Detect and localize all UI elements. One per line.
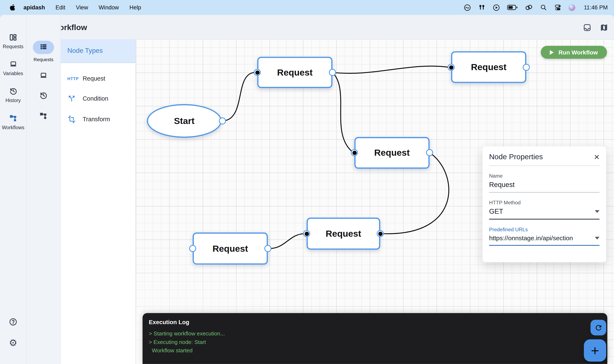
node-port-request-1[interactable]	[329, 69, 336, 76]
refresh-button[interactable]	[591, 320, 606, 335]
menu-item-window[interactable]: Window	[99, 4, 119, 11]
workflow-node-label: Request	[277, 67, 313, 78]
creative-cloud-icon[interactable]	[464, 4, 471, 11]
http-method-select[interactable]: GET	[489, 208, 600, 220]
sidebar-item-history[interactable]: History	[0, 87, 26, 103]
siri-icon[interactable]	[569, 4, 575, 11]
search-icon[interactable]	[540, 4, 547, 11]
close-icon[interactable]: ×	[594, 153, 599, 161]
condition-icon	[67, 94, 79, 103]
tool-rail-laptop-icon[interactable]	[39, 72, 48, 81]
edge-request-1-to-request-3	[333, 72, 353, 152]
link-icon[interactable]	[525, 4, 533, 11]
node-port-request-3[interactable]	[426, 149, 433, 156]
tray-icon[interactable]	[583, 24, 591, 32]
chevron-down-icon	[595, 210, 600, 213]
run-workflow-button[interactable]: Run Workflow	[541, 46, 607, 59]
siri-orb	[569, 4, 575, 11]
node-port-start[interactable]	[219, 117, 226, 125]
workflow-node-label: Request	[326, 228, 361, 239]
menu-app-name[interactable]: apidash	[24, 4, 45, 11]
http-icon: HTTP	[67, 76, 79, 81]
node-type-transform[interactable]: Transform	[61, 115, 135, 124]
node-properties-panel: Node Properties × Name Request HTTP Meth…	[482, 146, 606, 262]
laptop-icon	[9, 60, 17, 68]
menu-item-help[interactable]: Help	[130, 4, 141, 11]
workflow-node-request-4[interactable]: Request	[307, 218, 380, 250]
node-port-request-4[interactable]	[377, 230, 384, 237]
node-type-label: Condition	[83, 95, 108, 102]
menu-item-edit[interactable]: Edit	[55, 4, 65, 11]
edge-request-1-to-request-2	[333, 66, 449, 74]
execution-log-panel: Execution Log > Starting workflow execut…	[143, 313, 608, 364]
node-types-header: Node Types	[61, 39, 135, 63]
name-input[interactable]: Request	[489, 181, 600, 193]
sidebar-item-label: Variables	[3, 71, 23, 76]
nav-sidebar: RequestsVariablesHistoryWorkflows ⚙	[0, 15, 27, 364]
play-circle-icon[interactable]	[493, 4, 500, 11]
field-name-label: Name	[489, 173, 600, 179]
workflow-node-request-3[interactable]: Request	[354, 137, 430, 169]
node-type-label: Request	[83, 75, 105, 82]
workflow-icon	[9, 114, 17, 122]
tool-rail-workflow-icon[interactable]	[39, 111, 48, 122]
history-icon	[9, 87, 17, 95]
node-port-request-5[interactable]	[264, 245, 271, 252]
menu-bar-clock[interactable]: 11:46 PM	[584, 4, 608, 11]
field-predefined-urls: Predefined URLs https://onnstage.in/api/…	[489, 227, 600, 246]
workflow-node-request-1[interactable]: Request	[257, 57, 333, 88]
table-icon	[40, 44, 47, 51]
settings-gear-icon[interactable]: ⚙	[0, 337, 26, 348]
sidebar-item-workflows[interactable]: Workflows	[0, 114, 26, 130]
node-port-request-4[interactable]	[303, 230, 310, 237]
workflow-canvas[interactable]: StartRequestRequestRequestRequestRequest…	[136, 39, 614, 364]
sidebar-item-label: Workflows	[2, 125, 25, 130]
menu-item-view[interactable]: View	[76, 4, 88, 11]
sidebar-item-label: Requests	[3, 44, 23, 49]
apple-menu-icon[interactable]	[9, 4, 16, 11]
execution-log-title: Execution Log	[149, 318, 601, 325]
http-badge: HTTP	[67, 76, 79, 81]
tool-rail: Requests	[27, 15, 61, 364]
sidebar-item-variables[interactable]: Variables	[0, 60, 26, 76]
node-port-request-3[interactable]	[351, 149, 358, 156]
node-types-panel: Node Types HTTPRequestConditionTransform	[61, 39, 136, 364]
log-line: > Starting workflow execution...	[149, 330, 601, 338]
help-icon[interactable]	[0, 317, 26, 326]
properties-title: Node Properties	[489, 153, 543, 161]
predefined-urls-label: Predefined URLs	[489, 227, 600, 233]
edge-request-5-to-request-4	[268, 234, 305, 248]
workflow-node-label: Request	[471, 62, 507, 72]
battery-icon[interactable]	[507, 5, 518, 10]
node-port-request-1[interactable]	[254, 69, 261, 76]
node-type-request[interactable]: HTTPRequest	[61, 75, 135, 82]
node-port-request-2[interactable]	[448, 64, 455, 71]
workflow-node-start[interactable]: Start	[147, 104, 222, 138]
macos-menu-bar: apidash EditViewWindowHelp 11:46 PM	[0, 0, 614, 15]
workflow-node-label: Start	[174, 116, 194, 126]
tool-rail-item-label: Requests	[34, 57, 53, 62]
field-http-method: HTTP Method GET	[489, 199, 600, 220]
control-center-icon[interactable]	[554, 4, 561, 11]
airpods-icon[interactable]	[478, 4, 486, 11]
sidebar-item-requests[interactable]: Requests	[0, 33, 26, 50]
workflow-node-request-5[interactable]: Request	[193, 233, 268, 265]
workflow-node-request-2[interactable]: Request	[451, 51, 526, 83]
tool-rail-history-icon[interactable]	[39, 91, 48, 102]
workflow-node-label: Request	[374, 148, 410, 158]
add-node-button[interactable]: +	[584, 339, 606, 362]
chevron-down-icon	[595, 237, 600, 239]
tool-rail-item-requests[interactable]: Requests	[27, 41, 60, 62]
app-window: New Workflow RequestsVariablesHistoryWor…	[0, 15, 614, 364]
map-icon[interactable]	[600, 24, 608, 32]
active-pill	[33, 41, 54, 54]
node-port-request-2[interactable]	[523, 64, 530, 71]
play-icon	[550, 50, 554, 55]
sidebar-item-label: History	[5, 98, 21, 103]
node-type-condition[interactable]: Condition	[61, 94, 135, 103]
node-port-request-5[interactable]	[189, 245, 196, 252]
edge-start-to-request-1	[222, 72, 255, 121]
predefined-urls-select[interactable]: https://onnstage.in/api/section	[489, 234, 600, 246]
workflow-node-label: Request	[212, 243, 248, 254]
dashboard-icon	[9, 33, 17, 41]
